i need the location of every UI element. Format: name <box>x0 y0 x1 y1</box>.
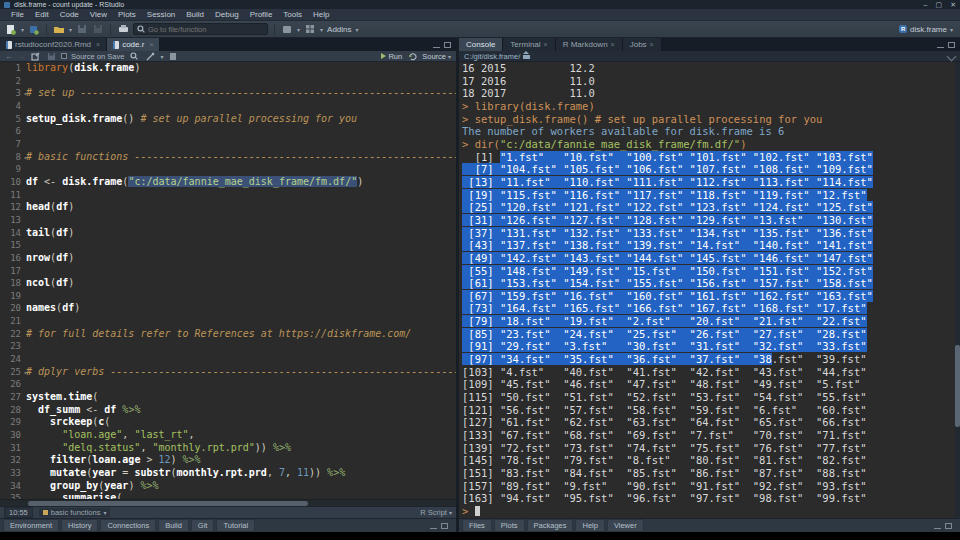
section-navigator[interactable]: basic functions ▾ <box>39 508 111 517</box>
project-selector[interactable]: R disk.frame ▾ <box>899 25 955 34</box>
menu-item-debug[interactable]: Debug <box>210 9 244 20</box>
tab-git[interactable]: Git <box>191 519 215 532</box>
menu-item-plots[interactable]: Plots <box>113 9 141 20</box>
compile-report-icon[interactable] <box>167 51 179 62</box>
tab-files[interactable]: Files <box>462 519 492 532</box>
tab-viewer[interactable]: Viewer <box>607 519 644 532</box>
popout-icon[interactable] <box>29 51 41 62</box>
menu-item-view[interactable]: View <box>85 9 112 20</box>
menu-item-help[interactable]: Help <box>308 9 334 20</box>
pane-layout-icon[interactable] <box>304 24 316 35</box>
source-on-save-checkbox[interactable] <box>61 53 67 59</box>
tab-connections[interactable]: Connections <box>100 519 156 532</box>
minimize-pane-icon[interactable] <box>433 46 440 48</box>
tab-console[interactable]: Console <box>459 38 503 51</box>
menu-item-file[interactable]: File <box>6 9 29 20</box>
tab-plots[interactable]: Plots <box>494 519 525 532</box>
menu-item-edit[interactable]: Edit <box>30 9 54 20</box>
tab-close-icon[interactable]: × <box>149 41 153 48</box>
console-output[interactable]: 16 2015 12.217 2016 11.018 2017 11.0> li… <box>459 62 960 518</box>
rstudio-window: disk.frame - count update - RStudio – ▢ … <box>0 0 960 540</box>
code-line: 20names(df) <box>0 302 456 315</box>
console-dir-line: [163] "94.fst" "95.fst" "96.fst" "97.fst… <box>462 492 960 505</box>
selected-text: [37] "131.fst" "132.fst" "133.fst" "134.… <box>462 227 873 239</box>
open-file-icon[interactable] <box>53 24 65 35</box>
pane-maximize-icon[interactable] <box>441 523 448 529</box>
home-icon[interactable] <box>523 53 530 59</box>
vscroll-thumb[interactable] <box>955 345 960 427</box>
editor-hscrollbar[interactable] <box>0 499 456 506</box>
console-vscrollbar[interactable] <box>955 62 960 518</box>
pane-maximize-icon[interactable] <box>945 523 952 529</box>
code-line: 31 "delq.status", "monthly.rpt.prd")) %>… <box>0 442 456 455</box>
menu-item-code[interactable]: Code <box>55 9 84 20</box>
tab-close-icon[interactable]: × <box>611 41 615 48</box>
save-all-icon[interactable] <box>92 24 104 35</box>
file-type-selector[interactable]: R Script ▾ <box>420 508 452 517</box>
console-line: 18 2017 11.0 <box>462 87 960 100</box>
tab-jobs[interactable]: Jobs× <box>623 38 662 51</box>
workspace-caret-icon[interactable]: ▾ <box>297 26 300 33</box>
code-line: 9 <box>0 163 456 176</box>
forward-icon[interactable]: → <box>17 52 25 61</box>
code-tools-icon[interactable] <box>144 51 156 62</box>
pane-minimize-icon[interactable] <box>430 527 437 529</box>
menu-item-tools[interactable]: Tools <box>278 9 307 20</box>
maximize-icon[interactable]: ▢ <box>936 1 943 9</box>
back-icon[interactable]: ← <box>5 52 13 61</box>
tab-help[interactable]: Help <box>575 519 604 532</box>
open-file-caret-icon[interactable]: ▾ <box>69 26 72 33</box>
pane-minimize-icon[interactable] <box>934 527 941 529</box>
code-text: system.time( <box>26 391 456 404</box>
code-text <box>26 100 456 113</box>
run-button[interactable]: Run <box>381 52 402 61</box>
console-minimize-icon[interactable] <box>937 46 944 48</box>
hscroll-thumb[interactable] <box>28 501 308 506</box>
tab-packages[interactable]: Packages <box>527 519 574 532</box>
find-icon[interactable] <box>128 51 140 62</box>
tab-close-icon[interactable]: × <box>650 41 654 48</box>
tab-history[interactable]: History <box>61 519 98 532</box>
save-icon[interactable] <box>76 24 88 35</box>
console-line: > setup_disk.frame() # set up parallel p… <box>462 113 960 126</box>
code-line: 7 <box>0 138 456 151</box>
tab-tutorial[interactable]: Tutorial <box>216 519 255 532</box>
console-dir-line: [13] "11.fst" "110.fst" "111.fst" "112.f… <box>462 176 960 189</box>
maximize-pane-icon[interactable] <box>444 42 451 48</box>
new-project-icon[interactable] <box>28 24 40 35</box>
new-file-icon[interactable] <box>5 24 17 35</box>
save-file-icon[interactable] <box>45 51 57 62</box>
close-icon[interactable]: ✕ <box>950 1 956 9</box>
code-tools-caret-icon[interactable]: ▾ <box>160 53 163 60</box>
code-line: 13 <box>0 214 456 227</box>
addins-button[interactable]: Addins <box>327 25 351 34</box>
new-file-caret-icon[interactable]: ▾ <box>21 26 24 33</box>
prompt-char: > <box>462 505 475 517</box>
source-button[interactable]: Source ▾ <box>422 52 451 61</box>
line-number: 8▾ <box>0 151 26 164</box>
tab-r-markdown[interactable]: R Markdown× <box>556 38 623 51</box>
console-maximize-icon[interactable] <box>948 42 955 48</box>
rerun-icon[interactable] <box>406 51 418 62</box>
project-caret-icon: ▾ <box>950 26 953 33</box>
pane-layout-caret-icon[interactable]: ▾ <box>320 26 323 33</box>
tab-environment[interactable]: Environment <box>3 519 59 532</box>
menu-item-profile[interactable]: Profile <box>245 9 278 20</box>
code-editor[interactable]: 1library(disk.frame)23▾# set up --------… <box>0 62 456 499</box>
minimize-icon[interactable]: – <box>924 1 928 9</box>
menu-item-build[interactable]: Build <box>181 9 209 20</box>
workspace-icon[interactable] <box>281 24 293 35</box>
goto-file-input[interactable] <box>148 25 258 34</box>
tab-terminal[interactable]: Terminal× <box>503 38 555 51</box>
tab-close-icon[interactable]: × <box>544 41 548 48</box>
clear-console-icon[interactable] <box>947 51 957 61</box>
tab-rstudioconf2020.rmd[interactable]: rstudioconf2020.Rmd× <box>0 38 107 51</box>
addins-caret-icon[interactable]: ▾ <box>356 26 359 33</box>
print-icon[interactable] <box>117 24 129 35</box>
console-prompt[interactable]: > <box>462 505 960 518</box>
line-number: 32 <box>0 454 26 467</box>
tab-code.r[interactable]: code.r× <box>107 38 160 51</box>
tab-close-icon[interactable]: × <box>96 41 100 48</box>
tab-build[interactable]: Build <box>158 519 189 532</box>
menu-item-session[interactable]: Session <box>142 9 180 20</box>
